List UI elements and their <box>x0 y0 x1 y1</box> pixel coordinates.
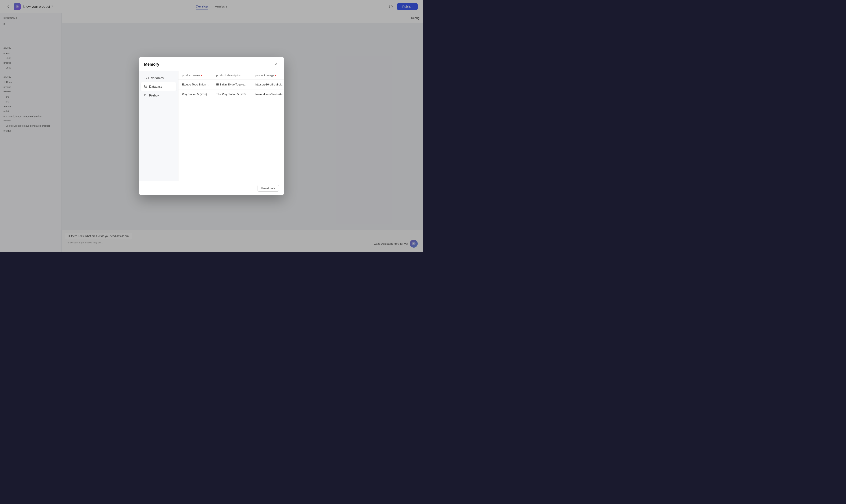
reset-data-button[interactable]: Reset data <box>257 185 279 192</box>
col-product-name: product_name● <box>178 71 213 80</box>
modal-backdrop[interactable]: Memory × (x) Variables <box>0 0 423 252</box>
modal-body: (x) Variables Database <box>139 71 284 181</box>
required-indicator-2: ● <box>275 74 276 77</box>
variables-icon: (x) <box>144 76 149 80</box>
cell-product-image-2: tos-maliva-i-3sotts7ts... <box>252 89 284 99</box>
modal-sidebar: (x) Variables Database <box>139 71 178 181</box>
table-row: Etoupe Togo Birkin ... El Birkin 30 de T… <box>178 80 284 89</box>
modal-close-button[interactable]: × <box>273 61 279 67</box>
cell-product-desc-2: The PlayStation 5 (PS5... <box>213 89 252 99</box>
modal-footer: Reset data <box>139 181 284 195</box>
required-indicator: ● <box>201 74 202 77</box>
filebox-icon <box>144 93 147 97</box>
sidebar-item-database[interactable]: Database <box>141 83 177 91</box>
table-row: PlayStation 5 (PS5) The PlayStation 5 (P… <box>178 89 284 99</box>
modal-table-area: product_name● product_description produc… <box>178 71 284 181</box>
sidebar-item-filebox[interactable]: Filebox <box>141 91 177 100</box>
col-product-description: product_description <box>213 71 252 80</box>
cell-product-desc-1: El Birkin 30 de Togo e... <box>213 80 252 89</box>
sidebar-item-variables-label: Variables <box>151 76 163 80</box>
database-icon <box>144 85 147 89</box>
sidebar-item-database-label: Database <box>149 85 162 88</box>
memory-modal: Memory × (x) Variables <box>139 57 284 195</box>
cell-product-image-1: https://p16-official-pl... <box>252 80 284 89</box>
modal-title: Memory <box>144 62 159 67</box>
cell-product-name-1: Etoupe Togo Birkin ... <box>178 80 213 89</box>
svg-point-3 <box>145 85 147 86</box>
modal-header: Memory × <box>139 57 284 71</box>
svg-rect-4 <box>145 94 147 96</box>
sidebar-item-variables[interactable]: (x) Variables <box>141 74 177 82</box>
data-table: product_name● product_description produc… <box>178 71 284 99</box>
cell-product-name-2: PlayStation 5 (PS5) <box>178 89 213 99</box>
sidebar-item-filebox-label: Filebox <box>149 94 159 97</box>
col-product-image: product_image● <box>252 71 284 80</box>
